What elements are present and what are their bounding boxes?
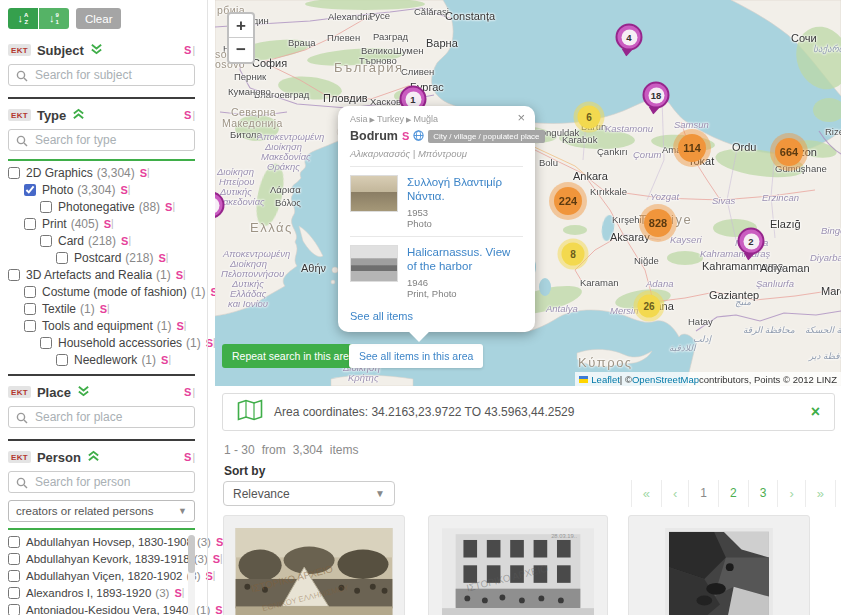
semantic-search-link[interactable]: S bbox=[184, 451, 191, 463]
person-filter-label[interactable]: Abdullahyan Viçen, 1820-1902 bbox=[26, 570, 182, 582]
semantic-search-link[interactable]: S bbox=[174, 587, 181, 599]
place-search-input[interactable] bbox=[8, 406, 195, 428]
pagination-item[interactable]: 2 bbox=[718, 480, 748, 507]
person-filter-label[interactable]: Abdullahyan Hovsep, 1830-1908 bbox=[26, 536, 193, 548]
type-filter-label[interactable]: Needlework bbox=[74, 353, 137, 367]
map-cluster-marker[interactable]: 828 bbox=[639, 204, 677, 242]
result-card[interactable]: ΙΣΤΟΡΙΚΟ ΑΡΧΕΙΟ ΕΘΝΙΚΟΥ ΕΛΛΗΝΙΣΜΟΥ bbox=[223, 515, 405, 615]
results-map[interactable]: рбијаВидинAlexandriaРусеCălărașiConstanț… bbox=[215, 0, 841, 386]
remove-area-filter-icon[interactable]: × bbox=[811, 403, 820, 421]
person-role-select[interactable]: creators or related persons ▼ bbox=[8, 500, 195, 522]
result-card[interactable]: ΙΣΤΟΡΙΚΟ ΑΡΧΕΙΟ 28.03.19.. bbox=[428, 515, 608, 615]
semantic-search-link[interactable]: S bbox=[215, 604, 222, 615]
pagination-item[interactable]: 1 bbox=[688, 480, 718, 507]
type-filter-checkbox[interactable] bbox=[8, 167, 20, 179]
person-filter-checkbox[interactable] bbox=[8, 536, 20, 548]
map-cluster-marker[interactable]: 26 bbox=[634, 291, 665, 322]
semantic-search-link[interactable]: S bbox=[165, 201, 172, 213]
map-cluster-marker[interactable]: 6 bbox=[574, 102, 605, 133]
repeat-search-area-button[interactable]: Repeat search in this area bbox=[222, 344, 365, 368]
type-filter-label[interactable]: 2D Graphics bbox=[26, 166, 93, 180]
type-filter-checkbox[interactable] bbox=[24, 286, 36, 298]
type-filter-label[interactable]: Photo bbox=[42, 183, 73, 197]
pagination-item[interactable]: » bbox=[805, 480, 836, 507]
type-filter-checkbox[interactable] bbox=[40, 337, 52, 349]
scrollbar[interactable] bbox=[188, 535, 195, 615]
type-filter-label[interactable]: Household accessories bbox=[58, 336, 182, 350]
map-cluster-marker[interactable]: 224 bbox=[549, 182, 587, 220]
clear-filters-button[interactable]: Clear bbox=[76, 8, 121, 29]
type-filter-label[interactable]: Photonegative bbox=[58, 200, 135, 214]
type-filter-checkbox[interactable] bbox=[8, 269, 20, 281]
type-filter-checkbox[interactable] bbox=[24, 184, 36, 196]
popup-result-item[interactable]: Halicarnassus. View of the harbor1946Pri… bbox=[350, 236, 523, 306]
type-filter-label[interactable]: Postcard bbox=[74, 251, 121, 265]
semantic-search-link[interactable]: S bbox=[176, 269, 183, 281]
map-cluster-marker[interactable]: 8 bbox=[558, 239, 589, 270]
type-filter-checkbox[interactable] bbox=[24, 320, 36, 332]
close-icon[interactable]: × bbox=[517, 111, 525, 124]
see-all-items-link[interactable]: See all items bbox=[350, 310, 523, 322]
chevron-double-down-icon[interactable] bbox=[90, 41, 103, 59]
type-filter-checkbox[interactable] bbox=[56, 354, 68, 366]
semantic-search-link[interactable]: S bbox=[120, 184, 127, 196]
type-filter-checkbox[interactable] bbox=[24, 303, 36, 315]
semantic-search-link[interactable]: S bbox=[184, 386, 191, 398]
semantic-search-link[interactable]: S bbox=[184, 44, 191, 56]
person-filter-label[interactable]: Abdullahyan Kevork, 1839-1918 bbox=[26, 553, 190, 565]
subject-search-input[interactable] bbox=[8, 64, 195, 86]
semantic-search-link[interactable]: S bbox=[184, 109, 191, 121]
popup-result-title[interactable]: Halicarnassus. View of the harbor bbox=[407, 245, 523, 274]
person-filter-label[interactable]: Alexandros I, 1893-1920 bbox=[26, 587, 151, 599]
semantic-search-link[interactable]: S bbox=[176, 320, 183, 332]
type-search-input[interactable] bbox=[8, 129, 195, 151]
pagination-item[interactable]: ‹ bbox=[661, 480, 688, 507]
sort-numeric-button[interactable]: ↓91 bbox=[39, 8, 69, 29]
semantic-search-link[interactable]: S bbox=[100, 303, 107, 315]
map-cluster-marker[interactable]: 18 bbox=[643, 82, 670, 109]
type-filter-checkbox[interactable] bbox=[24, 218, 36, 230]
scrollbar-thumb[interactable] bbox=[188, 535, 195, 573]
map-cluster-marker[interactable]: 664 bbox=[770, 133, 808, 171]
type-filter-checkbox[interactable] bbox=[40, 235, 52, 247]
semantic-search-link[interactable]: S bbox=[161, 354, 168, 366]
person-filter-checkbox[interactable] bbox=[8, 570, 20, 582]
chevron-double-up-icon[interactable] bbox=[87, 448, 100, 466]
type-filter-label[interactable]: Textile bbox=[42, 302, 76, 316]
see-all-items-area-button[interactable]: See all items in this area bbox=[349, 344, 483, 368]
sort-select[interactable]: Relevance ▼ bbox=[223, 481, 395, 506]
person-filter-label[interactable]: Antoniadou-Kesidou Vera, 1940- bbox=[26, 604, 192, 615]
semantic-search-link[interactable]: S bbox=[121, 235, 128, 247]
pagination-item[interactable]: 3 bbox=[748, 480, 778, 507]
globe-icon[interactable] bbox=[413, 127, 424, 145]
chevron-double-up-icon[interactable] bbox=[72, 106, 85, 124]
map-cluster-marker[interactable]: 4 bbox=[616, 24, 643, 51]
semantic-search-link[interactable]: S bbox=[104, 218, 111, 230]
type-filter-label[interactable]: 3D Artefacts and Realia bbox=[26, 268, 152, 282]
type-filter-label[interactable]: Card bbox=[58, 234, 84, 248]
type-filter-label[interactable]: Costume (mode of fashion) bbox=[42, 285, 187, 299]
zoom-in-button[interactable]: + bbox=[229, 14, 253, 38]
semantic-search-link[interactable]: S bbox=[213, 553, 220, 565]
semantic-search-link[interactable]: S bbox=[158, 252, 165, 264]
chevron-double-down-icon[interactable] bbox=[77, 383, 90, 401]
person-search-input[interactable] bbox=[8, 471, 195, 493]
person-filter-checkbox[interactable] bbox=[8, 604, 20, 615]
zoom-out-button[interactable]: − bbox=[229, 38, 253, 62]
type-filter-label[interactable]: Print bbox=[42, 217, 67, 231]
leaflet-link[interactable]: Leaflet bbox=[591, 374, 620, 385]
semantic-search-link[interactable]: S bbox=[402, 130, 409, 142]
map-cluster-marker[interactable] bbox=[215, 192, 225, 219]
semantic-search-link[interactable]: S bbox=[140, 167, 147, 179]
person-filter-checkbox[interactable] bbox=[8, 587, 20, 599]
person-filter-checkbox[interactable] bbox=[8, 553, 20, 565]
openstreetmap-link[interactable]: OpenStreetMap bbox=[632, 374, 699, 385]
pagination-item[interactable]: « bbox=[631, 480, 661, 507]
type-filter-checkbox[interactable] bbox=[40, 201, 52, 213]
map-cluster-marker[interactable]: 114 bbox=[673, 129, 711, 167]
result-card[interactable] bbox=[628, 515, 810, 615]
sort-alphabetical-button[interactable]: ↓AZ bbox=[8, 8, 38, 29]
pagination-item[interactable]: › bbox=[777, 480, 804, 507]
type-filter-checkbox[interactable] bbox=[56, 252, 68, 264]
map-cluster-marker[interactable]: 2 bbox=[738, 228, 765, 255]
